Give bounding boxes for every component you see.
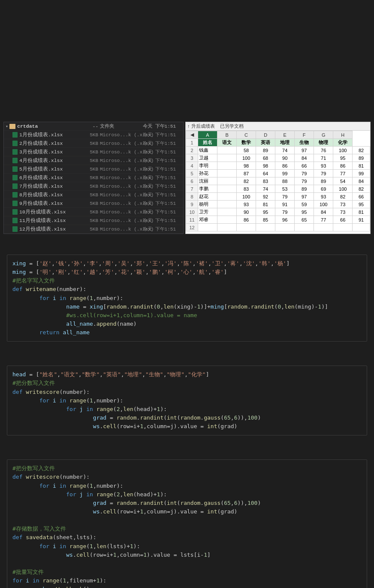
score-cell[interactable]: 81 [353, 162, 370, 170]
score-cell[interactable]: 95 [295, 208, 314, 216]
col-E-header[interactable]: E [275, 131, 295, 139]
score-cell[interactable]: 82 [333, 193, 353, 201]
score-cell[interactable]: 90 [275, 154, 295, 162]
score-cell[interactable]: 73 [333, 201, 353, 208]
score-cell[interactable]: 86 [275, 162, 295, 170]
file-row[interactable]: 10月份成绩表.xlsx 5KB Microso...k (.xlsx) 今天 … [4, 208, 183, 216]
header-cell[interactable]: 数学 [237, 139, 256, 147]
file-row[interactable]: 4月份成绩表.xlsx 5KB Microso...k (.xlsx) 今天 下… [4, 156, 183, 165]
score-cell[interactable]: 86 [237, 216, 256, 224]
file-row[interactable]: 5月份成绩表.xlsx 5KB Microso...k (.xlsx) 今天 下… [4, 165, 183, 174]
score-cell[interactable] [217, 147, 237, 154]
row-header[interactable]: 2 [186, 147, 198, 154]
score-cell[interactable]: 79 [275, 208, 295, 216]
col-C-header[interactable]: C [237, 131, 256, 139]
file-row[interactable]: 12月份成绩表.xlsx 5KB Microso...k (.xlsx) 今天 … [4, 225, 183, 234]
header-cell[interactable]: 物理 [314, 139, 333, 147]
score-cell[interactable] [217, 177, 237, 185]
score-cell[interactable]: 100 [333, 185, 353, 193]
score-cell[interactable] [353, 224, 370, 231]
score-cell[interactable]: 93 [314, 162, 333, 170]
col-B-header[interactable]: B [217, 131, 237, 139]
score-cell[interactable]: 59 [295, 201, 314, 208]
row-header[interactable]: 5 [186, 170, 198, 177]
score-cell[interactable]: 53 [275, 185, 295, 193]
score-cell[interactable]: 79 [295, 177, 314, 185]
name-cell[interactable]: 孙花 [198, 170, 217, 177]
name-cell[interactable]: 邓睿 [198, 216, 217, 224]
score-cell[interactable]: 82 [237, 177, 256, 185]
score-cell[interactable]: 92 [256, 193, 275, 201]
row-header[interactable]: 8 [186, 193, 198, 201]
score-cell[interactable]: 96 [275, 216, 295, 224]
score-cell[interactable]: 89 [295, 185, 314, 193]
score-cell[interactable]: 90 [237, 208, 256, 216]
file-row[interactable]: 7月份成绩表.xlsx 5KB Microso...k (.xlsx) 今天 下… [4, 182, 183, 191]
score-cell[interactable]: 81 [353, 208, 370, 216]
name-cell[interactable]: 钱鑫 [198, 147, 217, 154]
score-cell[interactable] [314, 224, 333, 231]
score-cell[interactable]: 79 [275, 193, 295, 201]
score-cell[interactable]: 91 [275, 201, 295, 208]
score-cell[interactable]: 71 [314, 154, 333, 162]
row-header[interactable]: 9 [186, 201, 198, 208]
score-cell[interactable] [275, 224, 295, 231]
score-cell[interactable]: 84 [295, 154, 314, 162]
score-cell[interactable]: 82 [353, 147, 370, 154]
score-cell[interactable]: 65 [295, 216, 314, 224]
score-cell[interactable] [295, 224, 314, 231]
row-header[interactable]: 12 [186, 224, 198, 231]
col-H-header[interactable]: H [333, 131, 353, 139]
row-header[interactable]: 11 [186, 216, 198, 224]
row-header[interactable]: 4 [186, 162, 198, 170]
score-cell[interactable]: 84 [353, 177, 370, 185]
score-cell[interactable]: 79 [295, 170, 314, 177]
score-cell[interactable]: 100 [333, 147, 353, 154]
name-cell[interactable]: 赵花 [198, 193, 217, 201]
score-cell[interactable]: 68 [256, 154, 275, 162]
score-cell[interactable]: 93 [237, 201, 256, 208]
score-cell[interactable]: 83 [256, 177, 275, 185]
score-cell[interactable]: 69 [314, 185, 333, 193]
score-cell[interactable]: 100 [237, 193, 256, 201]
score-cell[interactable]: 79 [314, 170, 333, 177]
score-cell[interactable]: 74 [256, 185, 275, 193]
row-header[interactable]: 1 [186, 139, 198, 147]
score-cell[interactable]: 91 [353, 216, 370, 224]
score-cell[interactable] [217, 224, 237, 231]
file-row[interactable]: 3月份成绩表.xlsx 5KB Microso...k (.xlsx) 今天 下… [4, 148, 183, 156]
file-row[interactable]: 11月份成绩表.xlsx 5KB Microso...k (.xlsx) 今天 … [4, 216, 183, 225]
score-cell[interactable]: 58 [237, 147, 256, 154]
score-cell[interactable]: 83 [237, 185, 256, 193]
col-F-header[interactable]: F [295, 131, 314, 139]
score-cell[interactable]: 95 [353, 201, 370, 208]
score-cell[interactable] [217, 162, 237, 170]
score-cell[interactable]: 98 [256, 162, 275, 170]
score-cell[interactable] [256, 224, 275, 231]
header-cell[interactable]: 姓名 [198, 139, 217, 147]
score-cell[interactable]: 89 [256, 147, 275, 154]
header-cell[interactable]: 英语 [256, 139, 275, 147]
row-header[interactable]: 3 [186, 154, 198, 162]
score-cell[interactable]: 88 [275, 177, 295, 185]
score-cell[interactable]: 76 [314, 147, 333, 154]
score-cell[interactable] [217, 170, 237, 177]
name-cell[interactable]: 沈丽 [198, 177, 217, 185]
score-cell[interactable]: 93 [314, 193, 333, 201]
name-cell[interactable]: 李鹏 [198, 185, 217, 193]
score-cell[interactable]: 66 [295, 162, 314, 170]
score-cell[interactable] [217, 193, 237, 201]
row-header[interactable]: 7 [186, 185, 198, 193]
col-A-header[interactable]: A [198, 131, 217, 139]
score-cell[interactable]: 81 [256, 201, 275, 208]
score-cell[interactable]: 85 [256, 216, 275, 224]
name-cell[interactable] [198, 224, 217, 231]
score-cell[interactable]: 77 [314, 216, 333, 224]
folder-row-crtdata[interactable]: ▾ crtdata -- 文件夹 今天 下午1:51 [4, 122, 183, 131]
header-cell[interactable]: 地理 [275, 139, 295, 147]
score-cell[interactable]: 100 [314, 201, 333, 208]
col-G-header[interactable]: G [314, 131, 333, 139]
score-cell[interactable] [333, 224, 353, 231]
score-cell[interactable]: 74 [275, 147, 295, 154]
file-row[interactable]: 9月份成绩表.xlsx 5KB Microso...k (.xlsx) 今天 下… [4, 199, 183, 208]
